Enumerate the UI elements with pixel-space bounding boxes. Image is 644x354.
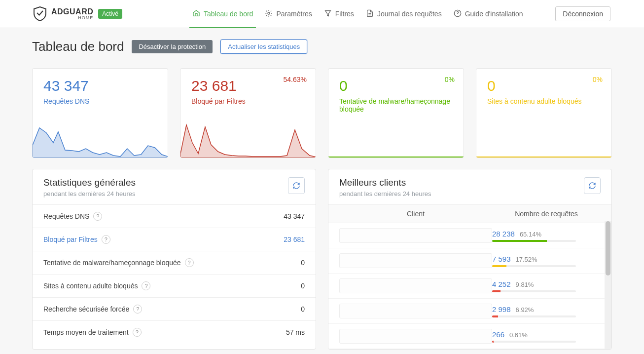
general-stats-panel: Statistiques générales pendant les derni… — [32, 169, 316, 350]
stat-row: Bloqué par Filtres?23 681 — [33, 228, 316, 251]
main-nav: Tableau de bord Paramètres Filtres Journ… — [186, 0, 529, 28]
request-pct: 17.52% — [516, 256, 537, 263]
nav-guide[interactable]: Guide d'installation — [448, 0, 529, 28]
refresh-icon-button[interactable] — [288, 177, 305, 194]
request-count: 266 — [492, 330, 504, 339]
stat-value: 57 ms — [286, 328, 305, 336]
panel-title: Statistiques générales — [43, 177, 136, 188]
request-count: 2 998 — [492, 305, 511, 314]
request-pct: 65.14% — [520, 231, 541, 238]
help-icon[interactable]: ? — [142, 281, 150, 290]
refresh-icon — [292, 182, 300, 190]
svg-point-0 — [268, 12, 270, 14]
shield-check-icon — [34, 6, 46, 21]
client-name-cell — [339, 253, 492, 268]
stats-cards: 43 347 Requêtes DNS 54.63% 23 681 Bloqué… — [32, 68, 612, 158]
panel-subtitle: pendant les dernières 24 heures — [43, 190, 136, 197]
progress-bar — [492, 315, 576, 317]
request-count: 7 593 — [492, 255, 511, 263]
stat-label: Requêtes DNS — [43, 212, 89, 220]
header: ADGUARD HOME Activé Tableau de bord Para… — [0, 0, 644, 28]
refresh-stats-button[interactable]: Actualiser les statistiques — [220, 39, 307, 54]
stat-row: Tentative de malware/hameçonnage bloquée… — [33, 251, 316, 274]
table-row: 4 2529.81% — [328, 274, 611, 299]
help-icon[interactable]: ? — [133, 328, 142, 337]
refresh-icon — [588, 182, 596, 190]
table-row: 7 59317.52% — [328, 248, 611, 274]
stat-label: Sites à contenu adulte bloqués — [43, 282, 138, 290]
request-count: 28 238 — [492, 230, 515, 238]
client-name-cell — [339, 278, 492, 293]
request-count: 4 252 — [492, 280, 511, 288]
stat-row: Requêtes DNS?43 347 — [33, 204, 316, 228]
table-row: 28 23865.14% — [328, 223, 611, 248]
nav-settings[interactable]: Paramètres — [259, 0, 318, 28]
home-icon — [192, 9, 200, 19]
client-name-cell — [339, 304, 492, 318]
logo-subtext: HOME — [51, 16, 93, 20]
page-header: Tableau de bord Désactiver la protection… — [32, 39, 612, 54]
table-header: Client Nombre de requêtes — [328, 204, 611, 223]
progress-bar — [492, 290, 576, 292]
filter-icon — [324, 9, 332, 19]
progress-bar — [492, 265, 576, 267]
panel-title: Meilleurs clients — [339, 177, 431, 188]
stat-value: 0 — [301, 259, 305, 267]
stat-value: 0 — [301, 282, 305, 290]
stat-value: 43 347 — [284, 212, 305, 220]
help-icon[interactable]: ? — [185, 258, 194, 267]
progress-bar — [492, 240, 576, 242]
request-pct: 6.92% — [516, 306, 534, 314]
stat-label: Temps moyen de traitement — [43, 328, 129, 336]
help-icon[interactable]: ? — [93, 212, 102, 221]
stat-value: 23 681 — [284, 236, 305, 243]
stat-label: Tentative de malware/hameçonnage bloquée — [43, 259, 181, 267]
sparkline-blocked — [180, 118, 316, 157]
client-name-cell — [339, 329, 492, 344]
stat-row: Sites à contenu adulte bloqués?0 — [33, 274, 316, 297]
refresh-icon-button[interactable] — [584, 177, 601, 194]
nav-dashboard[interactable]: Tableau de bord — [186, 0, 259, 28]
stat-label: Recherche sécurisée forcée — [43, 305, 129, 313]
scrollbar[interactable] — [605, 221, 611, 349]
stat-value: 0 — [301, 305, 305, 313]
page-title: Tableau de bord — [32, 39, 124, 54]
document-icon — [366, 9, 374, 19]
request-pct: 9.81% — [516, 281, 534, 288]
panel-subtitle: pendant les dernières 24 heures — [339, 190, 431, 197]
help-circle-icon — [454, 9, 462, 19]
table-row: 2660.61% — [328, 324, 611, 349]
stat-label: Bloqué par Filtres — [43, 236, 98, 243]
disable-protection-button[interactable]: Désactiver la protection — [132, 40, 213, 53]
sparkline-dns — [33, 118, 168, 157]
request-pct: 0.61% — [509, 331, 528, 339]
logout-button[interactable]: Déconnexion — [555, 6, 610, 21]
stat-row: Temps moyen de traitement?57 ms — [33, 320, 316, 344]
card-dns-queries[interactable]: 43 347 Requêtes DNS — [32, 68, 168, 158]
nav-querylog[interactable]: Journal des requêtes — [360, 0, 448, 28]
nav-filters[interactable]: Filtres — [318, 0, 360, 28]
help-icon[interactable]: ? — [102, 235, 110, 244]
client-name-cell — [339, 228, 492, 243]
logo-text: ADGUARD — [51, 8, 93, 16]
status-badge: Activé — [98, 9, 122, 19]
card-blocked[interactable]: 54.63% 23 681 Bloqué par Filtres — [180, 68, 316, 158]
card-adult[interactable]: 0% 0 Sites à contenu adulte bloqués — [476, 68, 612, 158]
stat-row: Recherche sécurisée forcée?0 — [33, 297, 316, 320]
progress-bar — [492, 341, 576, 343]
card-malware[interactable]: 0% 0 Tentative de malware/hameçonnage bl… — [328, 68, 464, 158]
help-icon[interactable]: ? — [133, 305, 142, 314]
gear-icon — [265, 9, 273, 19]
logo[interactable]: ADGUARD HOME — [34, 6, 93, 21]
top-clients-panel: Meilleurs clients pendant les dernières … — [328, 169, 612, 350]
table-row: 2 9986.92% — [328, 299, 611, 324]
